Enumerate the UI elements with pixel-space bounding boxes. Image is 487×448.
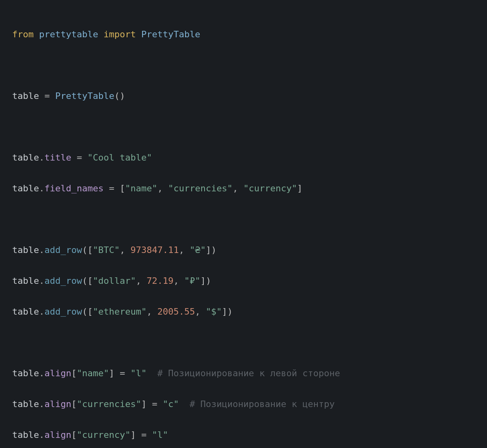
bracket-close: ] (109, 368, 114, 378)
code-line: table.field_names = ["name", "currencies… (12, 181, 475, 196)
paren-open: ( (82, 276, 87, 286)
keyword-from: from (12, 29, 34, 39)
identifier: table (12, 245, 39, 255)
paren-close: ) (211, 245, 216, 255)
method-call: add_row (44, 245, 82, 255)
spacing (147, 368, 157, 378)
string-literal: "ethereum" (93, 307, 147, 317)
dot: . (39, 399, 44, 409)
identifier: table (12, 368, 39, 378)
string-literal: "$" (206, 307, 222, 317)
string-literal: "l" (152, 430, 168, 440)
operator-assign: = (71, 152, 88, 163)
dot: . (39, 276, 44, 286)
code-line: table.align["name"] = "l" # Позициониров… (12, 366, 475, 381)
bracket-close: ] (200, 276, 206, 286)
bracket-close: ] (130, 430, 136, 440)
paren-close: ) (227, 307, 233, 317)
code-line: table = PrettyTable() (12, 88, 475, 104)
comment: # Позиционирование к центру (190, 399, 335, 409)
operator-assign: = (103, 183, 120, 193)
attribute: align (44, 368, 71, 378)
string-literal: "currencies" (168, 183, 233, 193)
bracket-close: ] (222, 307, 227, 317)
operator-assign: = (147, 399, 163, 409)
code-line-blank (12, 212, 475, 227)
dot: . (39, 368, 44, 378)
attribute: title (44, 152, 71, 163)
comma: , (179, 245, 190, 255)
string-literal: "l" (130, 368, 147, 378)
string-literal: "c" (163, 399, 179, 409)
bracket-open: [ (71, 430, 77, 440)
class-name: PrettyTable (141, 29, 200, 39)
comma: , (120, 245, 131, 255)
attribute: align (44, 399, 71, 409)
method-call: add_row (44, 307, 82, 317)
string-literal: "Cool table" (87, 152, 152, 163)
code-line-blank (12, 335, 475, 350)
dot: . (39, 307, 44, 317)
bracket-open: [ (87, 307, 93, 317)
comma: , (157, 183, 168, 193)
code-editor[interactable]: from prettytable import PrettyTable tabl… (0, 0, 487, 448)
comment: # Позиционирование к левой стороне (157, 368, 340, 378)
identifier: table (12, 307, 39, 317)
identifier: table (12, 183, 39, 193)
identifier: table (12, 276, 39, 286)
dot: . (39, 152, 44, 163)
bracket-close: ] (141, 399, 147, 409)
code-line-blank (12, 119, 475, 135)
attribute: field_names (44, 183, 103, 193)
code-line: table.align["currency"] = "l" (12, 427, 475, 443)
string-literal: "currency" (77, 430, 130, 440)
code-line: table.add_row(["dollar", 72.19, "₽"]) (12, 273, 475, 289)
bracket-close: ] (297, 183, 302, 193)
operator-assign: = (44, 91, 50, 101)
comma: , (136, 276, 147, 286)
comma: , (173, 276, 184, 286)
bracket-open: [ (87, 276, 93, 286)
bracket-close: ] (206, 245, 211, 255)
string-literal: "currency" (244, 183, 297, 193)
method-call: add_row (44, 276, 82, 286)
paren-open: ( (82, 307, 87, 317)
code-line-blank (12, 58, 475, 73)
code-line: table.align["currencies"] = "c" # Позици… (12, 397, 475, 412)
string-literal: "dollar" (93, 276, 136, 286)
code-line: from prettytable import PrettyTable (12, 27, 475, 42)
string-literal: "name" (77, 368, 109, 378)
code-line: table.title = "Cool table" (12, 150, 475, 165)
bracket-open: [ (71, 399, 77, 409)
comma: , (147, 307, 157, 317)
string-literal: "currencies" (77, 399, 141, 409)
number-literal: 2005.55 (157, 307, 195, 317)
bracket-open: [ (120, 183, 125, 193)
module-name: prettytable (39, 29, 98, 39)
comma: , (233, 183, 244, 193)
identifier: table (12, 91, 39, 101)
string-literal: "BTC" (93, 245, 120, 255)
string-literal: "₽" (184, 276, 200, 286)
dot: . (39, 430, 44, 440)
keyword-import: import (103, 29, 136, 39)
operator-assign: = (114, 368, 131, 378)
identifier: table (12, 430, 39, 440)
string-literal: "₴" (190, 245, 206, 255)
class-name: PrettyTable (55, 91, 114, 101)
comma: , (195, 307, 206, 317)
bracket-open: [ (87, 245, 93, 255)
spacing (179, 399, 190, 409)
dot: . (39, 183, 44, 193)
string-literal: "name" (125, 183, 157, 193)
number-literal: 973847.11 (130, 245, 179, 255)
paren-open: ( (82, 245, 87, 255)
dot: . (39, 245, 44, 255)
code-line: table.add_row(["BTC", 973847.11, "₴"]) (12, 242, 475, 258)
code-line: table.add_row(["ethereum", 2005.55, "$"]… (12, 304, 475, 319)
number-literal: 72.19 (147, 276, 173, 286)
identifier: table (12, 399, 39, 409)
identifier: table (12, 152, 39, 163)
operator-assign: = (136, 430, 152, 440)
attribute: align (44, 430, 71, 440)
